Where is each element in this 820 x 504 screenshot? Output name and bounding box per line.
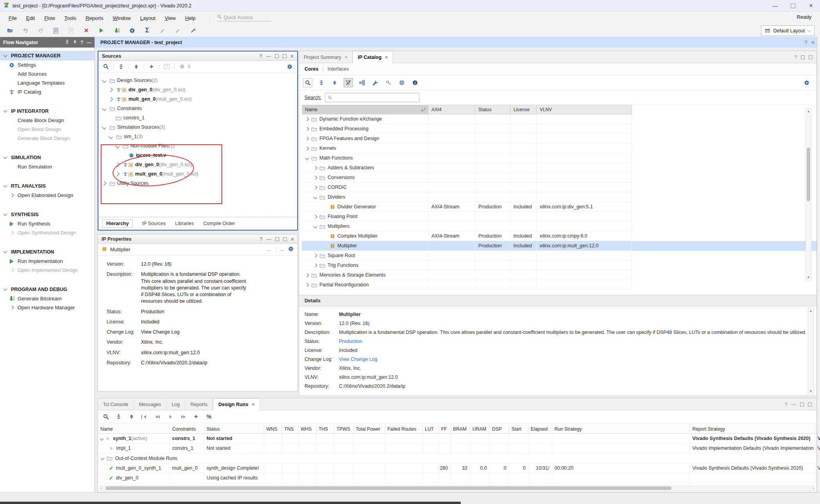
column-header-status[interactable]: Status: [475, 105, 510, 114]
catalog-row-memories-storage-elements[interactable]: Memories & Storage Elements: [302, 270, 816, 280]
runs-column-name[interactable]: Name: [98, 424, 170, 433]
source-tree-item-simulation-sources[interactable]: Simulation Sources (3): [98, 122, 297, 132]
quick-access-input[interactable]: Quick Access: [217, 14, 271, 21]
property-value[interactable]: Production: [141, 309, 247, 315]
runs-column-bram[interactable]: BRAM: [451, 424, 470, 433]
subtab-interfaces[interactable]: Interfaces: [328, 66, 349, 72]
close-icon[interactable]: ×: [811, 39, 815, 46]
source-tree-item-mult-gen-0[interactable]: mult_gen_0 (mult_gen_0.xci): [98, 94, 297, 104]
sources-tab-hierarchy[interactable]: Hierarchy: [102, 219, 133, 228]
catalog-row-square-root[interactable]: Square Root: [302, 251, 816, 261]
source-tree-item-design-sources[interactable]: Design Sources (2): [98, 76, 297, 85]
runs-column-report-strategy[interactable]: Report Strategy: [690, 424, 815, 433]
layout-selector[interactable]: Default Layout: [761, 25, 815, 36]
flownav-item-run-implementation[interactable]: Run Implementation: [0, 257, 94, 266]
collapse-all-icon[interactable]: [65, 39, 70, 45]
help-icon[interactable]: ?: [804, 40, 808, 45]
runs-column-dsp[interactable]: DSP: [490, 424, 509, 433]
search-icon[interactable]: [102, 63, 110, 71]
catalog-row-trig-functions[interactable]: Trig Functions: [302, 261, 816, 270]
sources-tab-ip-sources[interactable]: IP Sources: [142, 221, 166, 226]
tab-ip-catalog[interactable]: IP Catalog×: [353, 51, 393, 63]
open-project-icon[interactable]: [6, 27, 14, 34]
catalog-vertical-scrollbar[interactable]: ▲ ▼: [806, 108, 811, 280]
source-tree-item-sim-1[interactable]: sim_1 (3): [98, 132, 297, 141]
runs-column-start[interactable]: Start: [509, 424, 528, 433]
menu-tools[interactable]: Tools: [60, 14, 81, 23]
runs-row-synth-1[interactable]: synth_1 (active)constrs_1Not startedViva…: [98, 434, 816, 444]
flownav-item-create-block-design[interactable]: Create Block Design: [0, 116, 94, 125]
catalog-row-dynamic-function-exchange[interactable]: Dynamic Function eXchange: [302, 114, 816, 124]
info-icon[interactable]: i: [411, 78, 419, 87]
menu-flow[interactable]: Flow: [39, 14, 59, 23]
group-by-icon[interactable]: [358, 78, 366, 87]
settings-gear-icon[interactable]: [128, 27, 136, 34]
maximize-panel-icon[interactable]: [275, 237, 279, 241]
run-icon[interactable]: [98, 27, 105, 34]
flownav-item-language-templates[interactable]: Language Templates: [0, 78, 94, 87]
search-icon[interactable]: [102, 413, 110, 421]
menu-view[interactable]: View: [160, 14, 180, 23]
flownav-section-simulation[interactable]: SIMULATION: [0, 153, 94, 162]
catalog-row-fpga-features-and-design[interactable]: FPGA Features and Design: [302, 134, 816, 144]
tab-project-summary[interactable]: Project Summary×: [299, 51, 353, 63]
runs-row-impl-1[interactable]: impl_1constrs_1Not startedVivado Impleme…: [98, 444, 816, 453]
catalog-row-conversions[interactable]: Conversions: [302, 173, 816, 183]
license-key-icon[interactable]: [384, 78, 393, 87]
prev-run-icon[interactable]: [153, 413, 161, 421]
runs-column-ths[interactable]: THS: [316, 424, 334, 433]
flownav-item-add-sources[interactable]: Add Sources: [0, 69, 94, 78]
ip-properties-header[interactable]: IP Properties ? — ×: [98, 234, 298, 244]
customize-wrench-icon[interactable]: [371, 78, 380, 87]
catalog-row-adders-subtracters[interactable]: Adders & Subtracters: [302, 163, 816, 173]
maximize-panel-icon[interactable]: [275, 54, 279, 58]
column-header-axi4[interactable]: AXI4: [428, 105, 475, 114]
help-icon[interactable]: ?: [260, 236, 263, 242]
help-icon[interactable]: ?: [785, 402, 788, 407]
bottom-tab-messages[interactable]: Messages: [134, 399, 167, 410]
runs-column-status[interactable]: Status: [204, 424, 264, 433]
menu-window[interactable]: Window: [108, 14, 135, 23]
gear-icon[interactable]: [286, 63, 294, 71]
details-value[interactable]: View Change Log: [339, 357, 393, 362]
menu-edit[interactable]: Edit: [21, 14, 39, 23]
catalog-row-floating-point[interactable]: Floating Point: [302, 212, 816, 222]
catalog-row-dividers[interactable]: Dividers: [302, 192, 816, 202]
flownav-item-open-synthesized-design[interactable]: Open Synthesized Design: [0, 228, 94, 237]
flownav-item-run-synthesis[interactable]: Run Synthesis: [0, 219, 94, 228]
catalog-row-multipliers[interactable]: Multipliers: [302, 222, 816, 231]
help-icon[interactable]: ?: [80, 40, 84, 45]
flownav-section-implementation[interactable]: IMPLEMENTATION: [0, 247, 94, 257]
flownav-item-generate-bitstream[interactable]: 0110Generate Bitstream: [0, 294, 94, 303]
wand-icon[interactable]: [189, 27, 197, 34]
minimize-button[interactable]: —: [766, 0, 784, 12]
filter-icon[interactable]: [344, 78, 353, 87]
sources-tab-libraries[interactable]: Libraries: [175, 221, 194, 226]
flownav-item-open-elaborated-design[interactable]: Open Elaborated Design: [0, 191, 94, 200]
sources-panel-header[interactable]: Sources ? — ×: [98, 51, 297, 61]
runs-column-total-power[interactable]: Total Power: [353, 424, 385, 433]
catalog-row-kernels[interactable]: Kernels: [302, 144, 816, 153]
collapse-all-icon[interactable]: [115, 413, 123, 421]
runs-column-lut[interactable]: LUT: [422, 424, 439, 433]
expand-all-icon[interactable]: [73, 39, 77, 45]
source-tree-item-div-gen-0[interactable]: div_gen_0 (div_gen_0.xci): [98, 160, 297, 169]
runs-column-run-strategy[interactable]: Run Strategy: [552, 424, 690, 433]
flownav-item-open-implemented-design[interactable]: Open Implemented Design: [0, 266, 94, 275]
expand-all-icon[interactable]: [132, 63, 140, 71]
generate-bitstream-icon[interactable]: 0110: [113, 27, 121, 34]
create-run-icon[interactable]: +: [192, 413, 200, 421]
bottom-scrollbar[interactable]: [0, 502, 461, 504]
flownav-item-open-hardware-manager[interactable]: Open Hardware Manager: [0, 303, 94, 312]
source-tree-item-div-gen-0[interactable]: div_gen_0 (div_gen_0.xci): [98, 85, 297, 94]
source-tree-item-constraints[interactable]: Constraints: [98, 104, 297, 113]
flownav-item-settings[interactable]: Settings: [0, 60, 94, 69]
close-panel-icon[interactable]: ×: [291, 236, 294, 242]
collapse-all-icon[interactable]: [317, 78, 326, 87]
close-icon[interactable]: ×: [385, 55, 388, 60]
runs-column-uram[interactable]: URAM: [470, 424, 490, 433]
runs-row-mult-gen-0-synth-1[interactable]: ✓mult_gen_0_synth_1mult_gen_0synth_desig…: [98, 463, 816, 473]
highlight-disabled-icon[interactable]: [174, 27, 182, 34]
flownav-section-rtl-analysis[interactable]: RTL ANALYSIS: [0, 181, 94, 191]
catalog-row-complex-multiplier[interactable]: Complex MultiplierAXI4-StreamProductionI…: [302, 231, 816, 241]
